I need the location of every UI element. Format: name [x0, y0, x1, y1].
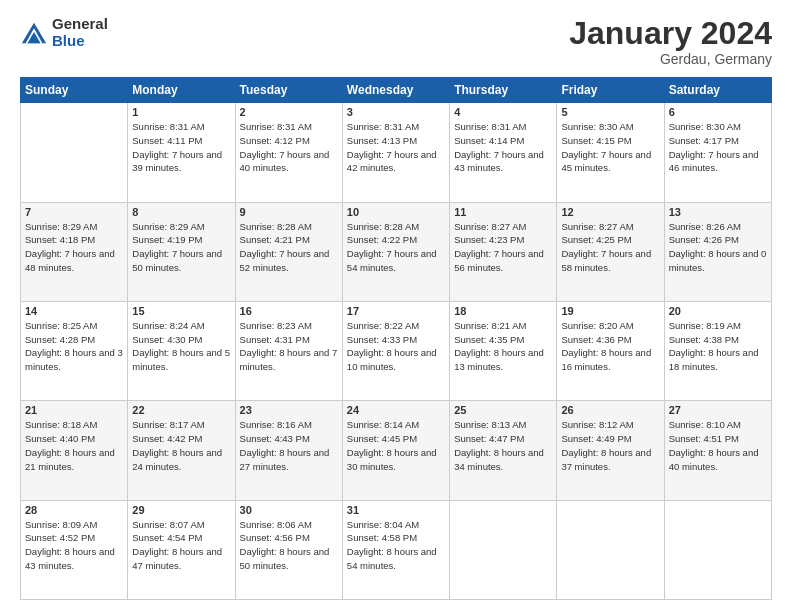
calendar-cell: 7 Sunrise: 8:29 AM Sunset: 4:18 PM Dayli… [21, 202, 128, 301]
day-number: 18 [454, 305, 552, 317]
header-saturday: Saturday [664, 78, 771, 103]
day-number: 27 [669, 404, 767, 416]
daylight-text: Daylight: 8 hours and 40 minutes. [669, 446, 767, 474]
daylight-text: Daylight: 7 hours and 54 minutes. [347, 247, 445, 275]
sunset-text: Sunset: 4:36 PM [561, 333, 659, 347]
sunrise-text: Sunrise: 8:26 AM [669, 220, 767, 234]
daylight-text: Daylight: 7 hours and 43 minutes. [454, 148, 552, 176]
calendar-cell: 12 Sunrise: 8:27 AM Sunset: 4:25 PM Dayl… [557, 202, 664, 301]
calendar-cell: 24 Sunrise: 8:14 AM Sunset: 4:45 PM Dayl… [342, 401, 449, 500]
location: Gerdau, Germany [569, 51, 772, 67]
sunset-text: Sunset: 4:38 PM [669, 333, 767, 347]
daylight-text: Daylight: 7 hours and 58 minutes. [561, 247, 659, 275]
calendar-week-1: 1 Sunrise: 8:31 AM Sunset: 4:11 PM Dayli… [21, 103, 772, 202]
calendar-cell: 21 Sunrise: 8:18 AM Sunset: 4:40 PM Dayl… [21, 401, 128, 500]
sunset-text: Sunset: 4:18 PM [25, 233, 123, 247]
day-info: Sunrise: 8:09 AM Sunset: 4:52 PM Dayligh… [25, 518, 123, 573]
sunrise-text: Sunrise: 8:30 AM [561, 120, 659, 134]
sunrise-text: Sunrise: 8:07 AM [132, 518, 230, 532]
day-number: 26 [561, 404, 659, 416]
weekday-header-row: Sunday Monday Tuesday Wednesday Thursday… [21, 78, 772, 103]
sunrise-text: Sunrise: 8:18 AM [25, 418, 123, 432]
day-info: Sunrise: 8:23 AM Sunset: 4:31 PM Dayligh… [240, 319, 338, 374]
header-sunday: Sunday [21, 78, 128, 103]
day-number: 17 [347, 305, 445, 317]
calendar-cell: 10 Sunrise: 8:28 AM Sunset: 4:22 PM Dayl… [342, 202, 449, 301]
sunrise-text: Sunrise: 8:24 AM [132, 319, 230, 333]
day-info: Sunrise: 8:25 AM Sunset: 4:28 PM Dayligh… [25, 319, 123, 374]
logo-blue-text: Blue [52, 33, 108, 50]
calendar-week-4: 21 Sunrise: 8:18 AM Sunset: 4:40 PM Dayl… [21, 401, 772, 500]
sunrise-text: Sunrise: 8:28 AM [347, 220, 445, 234]
day-number: 15 [132, 305, 230, 317]
sunset-text: Sunset: 4:35 PM [454, 333, 552, 347]
daylight-text: Daylight: 8 hours and 3 minutes. [25, 346, 123, 374]
day-info: Sunrise: 8:22 AM Sunset: 4:33 PM Dayligh… [347, 319, 445, 374]
day-number: 1 [132, 106, 230, 118]
calendar-week-3: 14 Sunrise: 8:25 AM Sunset: 4:28 PM Dayl… [21, 301, 772, 400]
daylight-text: Daylight: 8 hours and 13 minutes. [454, 346, 552, 374]
daylight-text: Daylight: 8 hours and 21 minutes. [25, 446, 123, 474]
header-tuesday: Tuesday [235, 78, 342, 103]
calendar-cell [557, 500, 664, 599]
daylight-text: Daylight: 7 hours and 39 minutes. [132, 148, 230, 176]
calendar-week-2: 7 Sunrise: 8:29 AM Sunset: 4:18 PM Dayli… [21, 202, 772, 301]
sunset-text: Sunset: 4:47 PM [454, 432, 552, 446]
calendar-cell: 26 Sunrise: 8:12 AM Sunset: 4:49 PM Dayl… [557, 401, 664, 500]
calendar-cell: 17 Sunrise: 8:22 AM Sunset: 4:33 PM Dayl… [342, 301, 449, 400]
daylight-text: Daylight: 7 hours and 48 minutes. [25, 247, 123, 275]
calendar-cell: 8 Sunrise: 8:29 AM Sunset: 4:19 PM Dayli… [128, 202, 235, 301]
daylight-text: Daylight: 8 hours and 37 minutes. [561, 446, 659, 474]
calendar-cell: 3 Sunrise: 8:31 AM Sunset: 4:13 PM Dayli… [342, 103, 449, 202]
day-info: Sunrise: 8:28 AM Sunset: 4:22 PM Dayligh… [347, 220, 445, 275]
sunset-text: Sunset: 4:51 PM [669, 432, 767, 446]
daylight-text: Daylight: 7 hours and 40 minutes. [240, 148, 338, 176]
day-info: Sunrise: 8:28 AM Sunset: 4:21 PM Dayligh… [240, 220, 338, 275]
daylight-text: Daylight: 8 hours and 54 minutes. [347, 545, 445, 573]
day-info: Sunrise: 8:19 AM Sunset: 4:38 PM Dayligh… [669, 319, 767, 374]
calendar-cell [664, 500, 771, 599]
sunset-text: Sunset: 4:43 PM [240, 432, 338, 446]
calendar-week-5: 28 Sunrise: 8:09 AM Sunset: 4:52 PM Dayl… [21, 500, 772, 599]
day-number: 10 [347, 206, 445, 218]
sunset-text: Sunset: 4:45 PM [347, 432, 445, 446]
calendar-cell: 19 Sunrise: 8:20 AM Sunset: 4:36 PM Dayl… [557, 301, 664, 400]
daylight-text: Daylight: 7 hours and 52 minutes. [240, 247, 338, 275]
calendar-cell: 31 Sunrise: 8:04 AM Sunset: 4:58 PM Dayl… [342, 500, 449, 599]
day-number: 21 [25, 404, 123, 416]
daylight-text: Daylight: 8 hours and 10 minutes. [347, 346, 445, 374]
day-number: 31 [347, 504, 445, 516]
sunset-text: Sunset: 4:15 PM [561, 134, 659, 148]
calendar-cell: 13 Sunrise: 8:26 AM Sunset: 4:26 PM Dayl… [664, 202, 771, 301]
daylight-text: Daylight: 8 hours and 7 minutes. [240, 346, 338, 374]
logo-general-text: General [52, 16, 108, 33]
day-number: 20 [669, 305, 767, 317]
sunset-text: Sunset: 4:54 PM [132, 531, 230, 545]
calendar-cell: 18 Sunrise: 8:21 AM Sunset: 4:35 PM Dayl… [450, 301, 557, 400]
daylight-text: Daylight: 7 hours and 45 minutes. [561, 148, 659, 176]
sunrise-text: Sunrise: 8:09 AM [25, 518, 123, 532]
day-number: 13 [669, 206, 767, 218]
day-info: Sunrise: 8:31 AM Sunset: 4:11 PM Dayligh… [132, 120, 230, 175]
day-number: 24 [347, 404, 445, 416]
day-number: 30 [240, 504, 338, 516]
sunset-text: Sunset: 4:17 PM [669, 134, 767, 148]
page: General Blue January 2024 Gerdau, German… [0, 0, 792, 612]
calendar-cell: 9 Sunrise: 8:28 AM Sunset: 4:21 PM Dayli… [235, 202, 342, 301]
daylight-text: Daylight: 8 hours and 18 minutes. [669, 346, 767, 374]
daylight-text: Daylight: 8 hours and 5 minutes. [132, 346, 230, 374]
day-number: 25 [454, 404, 552, 416]
day-number: 8 [132, 206, 230, 218]
day-info: Sunrise: 8:27 AM Sunset: 4:25 PM Dayligh… [561, 220, 659, 275]
daylight-text: Daylight: 7 hours and 46 minutes. [669, 148, 767, 176]
calendar-cell [450, 500, 557, 599]
daylight-text: Daylight: 8 hours and 43 minutes. [25, 545, 123, 573]
day-info: Sunrise: 8:13 AM Sunset: 4:47 PM Dayligh… [454, 418, 552, 473]
calendar-cell: 22 Sunrise: 8:17 AM Sunset: 4:42 PM Dayl… [128, 401, 235, 500]
calendar-cell: 16 Sunrise: 8:23 AM Sunset: 4:31 PM Dayl… [235, 301, 342, 400]
calendar-cell: 6 Sunrise: 8:30 AM Sunset: 4:17 PM Dayli… [664, 103, 771, 202]
sunrise-text: Sunrise: 8:31 AM [132, 120, 230, 134]
sunset-text: Sunset: 4:13 PM [347, 134, 445, 148]
day-number: 5 [561, 106, 659, 118]
day-number: 4 [454, 106, 552, 118]
